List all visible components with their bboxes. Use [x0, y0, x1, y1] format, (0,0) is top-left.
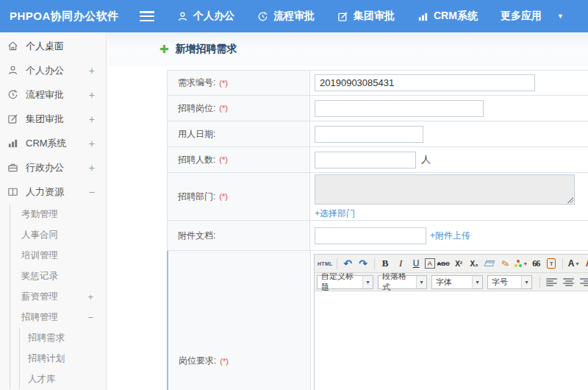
rich-text-editor: HTML ↶ ↷ B I U A ABC X² X₂ ✎ ▾ [314, 254, 588, 390]
nav-crm-system[interactable]: CRM系统 [417, 10, 478, 23]
form-row-position: 招聘岗位: (*) [167, 96, 588, 121]
history-icon [257, 11, 268, 22]
align-right-icon[interactable] [580, 277, 588, 287]
sidebar-item-recruit-plan[interactable]: 招聘计划 [20, 348, 106, 369]
date-input[interactable] [315, 126, 423, 143]
font-color-button[interactable]: A ▾ [567, 256, 581, 271]
top-header: PHPOA协同办公软件 个人办公 流程审批 集团审批 CRM系统 [0, 0, 588, 32]
sidebar-item-hr-contract[interactable]: 人事合同 [10, 224, 106, 245]
attachment-input[interactable] [315, 227, 426, 244]
collapse-minus-icon[interactable]: − [87, 312, 93, 323]
field-label: 招聘岗位: [178, 102, 215, 115]
dept-textarea[interactable] [315, 174, 575, 205]
paragraph-format-dropdown[interactable]: 段落格式 ▾ [378, 275, 427, 289]
back-color-button[interactable]: A [582, 256, 588, 271]
editor-content-area[interactable] [315, 291, 588, 390]
sidebar-item-crm[interactable]: CRM系统 + [0, 131, 106, 155]
subscript-button[interactable]: X₂ [467, 256, 481, 271]
recruitment-submenu: 招聘需求 招聘计划 人才库 [19, 327, 106, 389]
headcount-input[interactable] [315, 152, 416, 169]
bar-chart-icon [417, 11, 429, 22]
required-mark: (*) [219, 79, 228, 88]
form-row-headcount: 招聘人数: (*) 人 [167, 147, 588, 173]
field-label: 用人日期: [178, 128, 215, 141]
expand-plus-icon[interactable]: + [89, 113, 95, 125]
sidebar-item-recruitment[interactable]: 招聘管理 − [10, 307, 106, 327]
font-size-dropdown[interactable]: 字号 ▾ [487, 275, 532, 289]
required-mark: (*) [219, 104, 228, 113]
sidebar-item-group-approval[interactable]: 集团审批 + [0, 107, 106, 131]
font-family-dropdown[interactable]: 字体 ▾ [431, 275, 483, 289]
nav-process-approval[interactable]: 流程审批 [257, 10, 315, 23]
expand-plus-icon[interactable]: + [89, 89, 95, 101]
req-no-input[interactable] [315, 74, 535, 91]
edit-icon [7, 113, 19, 124]
sidebar-item-admin-office[interactable]: 行政办公 + [0, 155, 106, 180]
user-icon [177, 11, 188, 22]
strikethrough-button[interactable]: ABC [437, 256, 451, 271]
undo-icon[interactable]: ↶ [341, 256, 355, 271]
expand-plus-icon[interactable]: + [87, 291, 93, 302]
position-input[interactable] [315, 100, 484, 117]
choose-dept-link[interactable]: +选择部门 [315, 208, 355, 220]
nav-personal-office[interactable]: 个人办公 [177, 10, 234, 23]
caret-down-icon: ▼ [557, 13, 564, 20]
bar-chart-icon [7, 138, 19, 149]
sidebar-item-hr[interactable]: 人力资源 − [0, 180, 106, 204]
hamburger-menu-icon[interactable] [140, 11, 154, 21]
caret-down-icon: ▾ [473, 276, 482, 288]
sidebar-item-personal-desktop[interactable]: 个人桌面 [0, 34, 106, 58]
char-border-button[interactable]: A [425, 258, 435, 269]
sidebar-item-process-approval[interactable]: 流程审批 + [0, 82, 106, 107]
caret-down-icon: ▾ [524, 260, 527, 267]
expand-plus-icon[interactable]: + [89, 138, 95, 149]
italic-button[interactable]: I [394, 256, 408, 271]
redo-icon[interactable]: ↷ [356, 256, 370, 271]
nav-more-apps[interactable]: 更多应用 ▼ [501, 10, 564, 23]
page-title: 新增招聘需求 [176, 43, 237, 56]
sidebar-item-attendance[interactable]: 考勤管理 [10, 204, 106, 224]
html-source-button[interactable]: HTML [318, 256, 333, 271]
paste-text-icon[interactable]: T [545, 256, 559, 271]
highlight-color-icon[interactable]: ▾ [514, 256, 528, 271]
attachment-upload-link[interactable]: +附件上传 [430, 230, 470, 242]
nav-group-approval[interactable]: 集团审批 [337, 10, 395, 23]
headcount-unit: 人 [421, 153, 431, 166]
form-row-req-no: 需求编号: (*) [167, 70, 588, 96]
field-label: 岗位要求: [179, 355, 216, 367]
align-center-icon[interactable] [563, 277, 574, 287]
eraser-icon[interactable] [483, 256, 497, 271]
sidebar-item-personal-office[interactable]: 个人办公 + [0, 58, 106, 82]
caret-down-icon: ▾ [417, 276, 426, 288]
bold-button[interactable]: B [379, 256, 392, 271]
align-left-icon[interactable] [546, 277, 557, 287]
required-mark: (*) [219, 155, 228, 164]
sidebar-item-rewards[interactable]: 奖惩记录 [10, 266, 106, 286]
heading-dropdown[interactable]: 自定义标题 ▾ [317, 275, 373, 289]
sidebar-item-salary[interactable]: 薪资管理 + [10, 286, 106, 307]
field-label: 附件文档: [178, 230, 215, 242]
expand-plus-icon[interactable]: + [89, 65, 95, 77]
home-icon [7, 40, 19, 52]
sidebar-item-training[interactable]: 培训管理 [10, 245, 106, 266]
collapse-minus-icon[interactable]: − [89, 186, 95, 198]
sidebar-item-talent-pool[interactable]: 人才库 [20, 369, 106, 389]
expand-plus-icon[interactable]: + [89, 162, 95, 174]
underline-button[interactable]: U [409, 256, 423, 271]
edit-icon [337, 11, 348, 22]
app-logo: PHPOA协同办公软件 [0, 10, 131, 24]
briefcase-icon [7, 162, 19, 173]
recruit-demand-form: 需求编号: (*) 招聘岗位: (*) 用人日期: 招聘人数: (*) 人 [167, 70, 588, 390]
form-row-requirements: 岗位要求: (*) HTML ↶ ↷ B I U A ABC X² X₂ [167, 251, 588, 390]
sidebar-item-recruit-demand[interactable]: 招聘需求 [20, 327, 106, 348]
blockquote-button[interactable]: 66 [529, 256, 543, 271]
required-mark: (*) [220, 357, 229, 366]
history-icon [7, 89, 19, 100]
user-icon [7, 65, 19, 76]
format-brush-icon[interactable]: ✎ [496, 255, 514, 272]
caret-down-icon: ▾ [522, 276, 531, 288]
superscript-button[interactable]: X² [452, 256, 466, 271]
page-title-bar: ✚ 新增招聘需求 [107, 32, 588, 66]
field-label: 需求编号: [178, 77, 215, 89]
hr-submenu: 考勤管理 人事合同 培训管理 奖惩记录 薪资管理 + 招聘管理 − 招聘需求 招… [10, 204, 106, 389]
